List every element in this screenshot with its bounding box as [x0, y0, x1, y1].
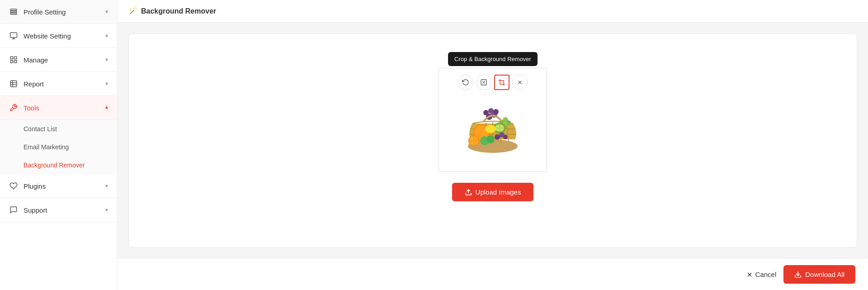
sidebar-label-tools: Tools — [24, 104, 39, 112]
chevron-down-icon: ▾ — [105, 57, 108, 63]
svg-rect-3 — [10, 33, 17, 38]
website-setting-icon — [9, 31, 18, 40]
svg-point-28 — [488, 108, 494, 114]
close-button[interactable] — [512, 75, 528, 90]
profile-setting-icon — [9, 7, 18, 16]
svg-rect-0 — [10, 9, 17, 10]
sidebar-label-report: Report — [24, 80, 44, 88]
fruit-image — [457, 96, 529, 160]
email-marketing-label: Email Marketing — [24, 143, 69, 151]
svg-rect-1 — [10, 11, 17, 13]
tooltip: Crop & Background Remover — [448, 52, 538, 66]
image-box — [439, 68, 547, 172]
svg-point-46 — [486, 135, 495, 143]
chevron-down-icon: ▾ — [105, 81, 108, 87]
download-all-label: Download All — [805, 271, 844, 278]
sidebar-item-profile-setting[interactable]: Profile Setting ▾ — [0, 0, 117, 24]
sidebar: Profile Setting ▾ Website Setting ▾ Mana… — [0, 0, 118, 290]
svg-rect-9 — [14, 61, 17, 63]
sidebar-sub-item-background-remover[interactable]: Background Remover — [0, 156, 117, 174]
sidebar-sub-item-contact-list[interactable]: Contact List — [0, 120, 117, 138]
sidebar-label-website-setting: Website Setting — [24, 32, 71, 40]
svg-rect-2 — [10, 13, 17, 14]
sidebar-item-tools[interactable]: Tools ▾ — [0, 96, 117, 120]
svg-point-27 — [483, 110, 489, 115]
footer-bar: Cancel Download All — [118, 258, 868, 290]
page-title: Background Remover — [141, 7, 216, 15]
main-card: Crop & Background Remover — [128, 33, 857, 247]
cancel-button[interactable]: Cancel — [746, 271, 777, 278]
background-remover-header-icon: 🪄 — [128, 7, 137, 15]
sidebar-item-plugins[interactable]: Plugins ▾ — [0, 174, 117, 198]
cancel-label: Cancel — [755, 271, 777, 278]
chevron-up-icon: ▾ — [105, 105, 108, 111]
rotate-button[interactable] — [458, 75, 473, 90]
sidebar-label-profile-setting: Profile Setting — [24, 8, 66, 16]
content-area: Crop & Background Remover — [118, 23, 868, 258]
svg-rect-10 — [10, 81, 17, 87]
sidebar-item-manage[interactable]: Manage ▾ — [0, 48, 117, 72]
sidebar-label-support: Support — [24, 206, 47, 214]
sidebar-label-manage: Manage — [24, 56, 48, 64]
sidebar-item-support[interactable]: Support ▾ — [0, 198, 117, 222]
bg-remove-button[interactable] — [476, 75, 491, 90]
svg-point-44 — [485, 125, 496, 133]
chevron-down-icon: ▾ — [105, 207, 108, 213]
crop-button[interactable] — [494, 75, 509, 90]
contact-list-label: Contact List — [24, 125, 57, 133]
image-editor-area: Crop & Background Remover — [439, 52, 547, 172]
svg-point-49 — [503, 135, 508, 139]
svg-rect-8 — [10, 61, 13, 63]
report-icon — [9, 79, 18, 88]
plugins-icon — [9, 181, 18, 190]
sidebar-label-plugins: Plugins — [24, 182, 46, 190]
image-toolbar — [454, 72, 531, 93]
svg-rect-7 — [14, 57, 17, 59]
tools-icon — [9, 103, 18, 112]
chevron-down-icon: ▾ — [105, 9, 108, 15]
chevron-down-icon: ▾ — [105, 183, 108, 189]
sidebar-item-website-setting[interactable]: Website Setting ▾ — [0, 24, 117, 48]
page-header: 🪄 Background Remover — [118, 0, 868, 23]
background-remover-label: Background Remover — [24, 162, 85, 169]
svg-point-32 — [506, 120, 511, 125]
upload-button-label: Upload Images — [476, 188, 521, 196]
main-area: 🪄 Background Remover Crop & Background R… — [118, 0, 868, 290]
manage-icon — [9, 55, 18, 64]
svg-point-29 — [493, 109, 499, 114]
download-all-button[interactable]: Download All — [783, 265, 855, 284]
chevron-down-icon: ▾ — [105, 33, 108, 39]
sidebar-item-report[interactable]: Report ▾ — [0, 72, 117, 96]
sidebar-sub-item-email-marketing[interactable]: Email Marketing — [0, 138, 117, 156]
svg-rect-6 — [10, 57, 13, 59]
upload-images-button[interactable]: Upload Images — [452, 183, 534, 201]
support-icon — [9, 205, 18, 214]
